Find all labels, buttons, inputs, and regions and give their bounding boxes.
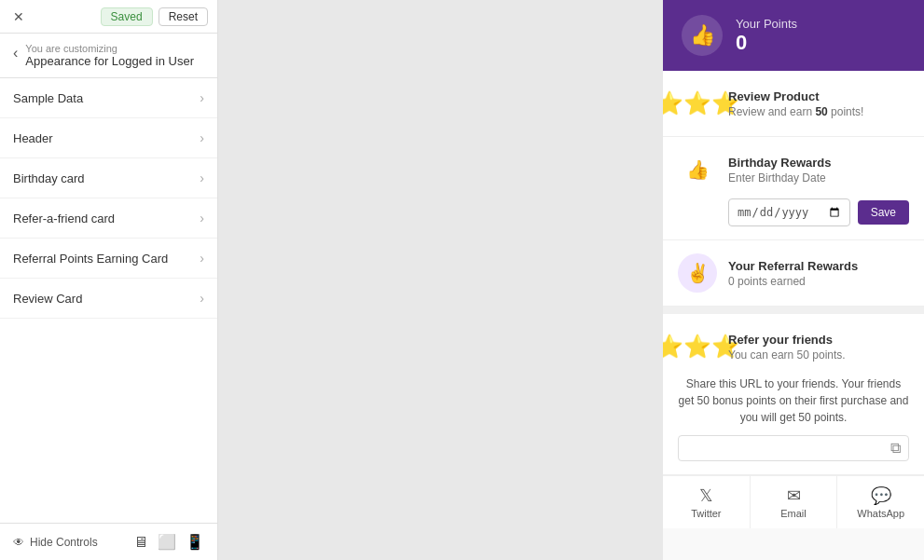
review-product-card: ⭐⭐⭐ Review Product Review and earn 50 po… bbox=[663, 71, 924, 137]
right-panel: 👍 Your Points 0 ⭐⭐⭐ Review Product Revie… bbox=[663, 0, 924, 560]
birthday-icon: 👍 bbox=[678, 150, 717, 189]
review-stars-icon: ⭐⭐⭐ bbox=[678, 84, 717, 123]
email-icon: ✉ bbox=[787, 485, 801, 506]
email-share-button[interactable]: ✉ Email bbox=[751, 476, 838, 528]
menu-item-review-card[interactable]: Review Card› bbox=[0, 279, 217, 319]
refer-friends-icon: ⭐⭐⭐ bbox=[678, 327, 717, 366]
copy-url-button[interactable]: ⧉ bbox=[890, 440, 901, 457]
menu-item-label: Refer-a-friend card bbox=[13, 212, 115, 225]
review-product-row: ⭐⭐⭐ Review Product Review and earn 50 po… bbox=[678, 84, 909, 123]
menu-item-label: Header bbox=[13, 131, 53, 145]
chevron-icon: › bbox=[200, 291, 204, 306]
whatsapp-icon: 💬 bbox=[871, 485, 891, 506]
refer-friends-card: ⭐⭐⭐ Refer your friends You can earn 50 p… bbox=[663, 314, 924, 475]
refer-friends-text: Refer your friends You can earn 50 point… bbox=[728, 333, 846, 362]
referral-rewards-row: ✌️ Your Referral Rewards 0 points earned bbox=[678, 253, 909, 293]
eye-icon: 👁 bbox=[13, 536, 24, 549]
refer-friends-title: Refer your friends bbox=[728, 333, 846, 347]
gap-divider bbox=[663, 307, 924, 314]
birthday-save-button[interactable]: Save bbox=[858, 200, 909, 225]
chevron-icon: › bbox=[200, 251, 204, 266]
referral-rewards-title: Your Referral Rewards bbox=[728, 259, 858, 273]
twitter-label: Twitter bbox=[691, 508, 721, 519]
birthday-title: Birthday Rewards bbox=[728, 156, 832, 170]
top-bar-actions: Saved Reset bbox=[101, 7, 208, 26]
menu-item-label: Review Card bbox=[13, 292, 82, 306]
back-button[interactable]: ‹ bbox=[13, 45, 18, 61]
menu-item-label: Birthday card bbox=[13, 171, 85, 185]
email-label: Email bbox=[780, 508, 807, 519]
hide-controls[interactable]: 👁 Hide Controls bbox=[13, 536, 126, 549]
review-product-text: Review Product Review and earn 50 points… bbox=[728, 89, 863, 118]
review-product-title: Review Product bbox=[728, 89, 863, 103]
mobile-icon-button[interactable]: 📱 bbox=[186, 533, 204, 551]
tablet-icon-button[interactable]: ⬜ bbox=[158, 533, 176, 551]
menu-item-refer-friend-card[interactable]: Refer-a-friend card› bbox=[0, 198, 217, 239]
birthday-text: Birthday Rewards Enter Birthday Date bbox=[728, 156, 832, 184]
twitter-icon: 𝕏 bbox=[699, 485, 713, 506]
birthday-rewards-card: 👍 Birthday Rewards Enter Birthday Date S… bbox=[663, 137, 924, 240]
middle-preview-area bbox=[218, 0, 663, 560]
bottom-bar: 👁 Hide Controls 🖥 ⬜ 📱 bbox=[0, 523, 217, 560]
close-button[interactable]: ✕ bbox=[9, 7, 28, 26]
device-icons: 🖥 ⬜ 📱 bbox=[133, 533, 204, 551]
birthday-input-row: Save bbox=[728, 198, 909, 226]
saved-badge: Saved bbox=[101, 7, 153, 26]
reset-button[interactable]: Reset bbox=[159, 7, 208, 26]
menu-item-birthday-card[interactable]: Birthday card› bbox=[0, 158, 217, 198]
refer-friends-subtitle: You can earn 50 points. bbox=[728, 348, 846, 362]
referral-rewards-text: Your Referral Rewards 0 points earned bbox=[728, 259, 858, 288]
menu-item-header[interactable]: Header› bbox=[0, 118, 217, 158]
twitter-share-button[interactable]: 𝕏 Twitter bbox=[663, 476, 751, 528]
menu-item-label: Referral Points Earning Card bbox=[13, 252, 168, 266]
customizing-text: You are customizing Appearance for Logge… bbox=[25, 43, 194, 68]
birthday-subtitle: Enter Birthday Date bbox=[728, 171, 832, 184]
referral-icon: ✌️ bbox=[678, 253, 717, 293]
share-description: Share this URL to your friends. Your fri… bbox=[678, 376, 909, 426]
menu-item-label: Sample Data bbox=[13, 91, 83, 105]
customizing-info: ‹ You are customizing Appearance for Log… bbox=[0, 34, 217, 78]
menu-items-list: Sample Data›Header›Birthday card›Refer-a… bbox=[0, 78, 217, 523]
whatsapp-label: WhatsApp bbox=[857, 508, 904, 519]
top-bar: ✕ Saved Reset bbox=[0, 0, 217, 34]
desktop-icon-button[interactable]: 🖥 bbox=[133, 533, 148, 551]
birthday-date-input[interactable] bbox=[728, 198, 850, 226]
referral-url-row: ⧉ bbox=[678, 435, 909, 461]
social-share-bar: 𝕏 Twitter ✉ Email 💬 WhatsApp bbox=[663, 475, 924, 528]
customizing-label: You are customizing bbox=[25, 43, 194, 54]
refer-friends-row: ⭐⭐⭐ Refer your friends You can earn 50 p… bbox=[678, 327, 909, 366]
customizing-title: Appearance for Logged in User bbox=[25, 54, 194, 68]
chevron-icon: › bbox=[200, 211, 204, 225]
menu-item-referral-points-card[interactable]: Referral Points Earning Card› bbox=[0, 239, 217, 279]
points-label: Your Points bbox=[736, 17, 797, 31]
hide-controls-label: Hide Controls bbox=[30, 536, 98, 549]
points-header-card: 👍 Your Points 0 bbox=[663, 0, 924, 71]
referral-url-input[interactable] bbox=[686, 443, 885, 454]
review-product-subtitle: Review and earn 50 points! bbox=[728, 105, 863, 118]
referral-rewards-subtitle: 0 points earned bbox=[728, 275, 858, 288]
chevron-icon: › bbox=[200, 90, 204, 105]
points-info: Your Points 0 bbox=[736, 17, 797, 55]
chevron-icon: › bbox=[200, 171, 204, 185]
left-panel: ✕ Saved Reset ‹ You are customizing Appe… bbox=[0, 0, 218, 560]
whatsapp-share-button[interactable]: 💬 WhatsApp bbox=[837, 476, 924, 528]
chevron-icon: › bbox=[200, 130, 204, 145]
birthday-rewards-row: 👍 Birthday Rewards Enter Birthday Date bbox=[678, 150, 909, 189]
referral-rewards-card: ✌️ Your Referral Rewards 0 points earned bbox=[663, 240, 924, 307]
menu-item-sample-data[interactable]: Sample Data› bbox=[0, 78, 217, 118]
points-icon: 👍 bbox=[682, 15, 723, 56]
points-value: 0 bbox=[736, 31, 797, 55]
